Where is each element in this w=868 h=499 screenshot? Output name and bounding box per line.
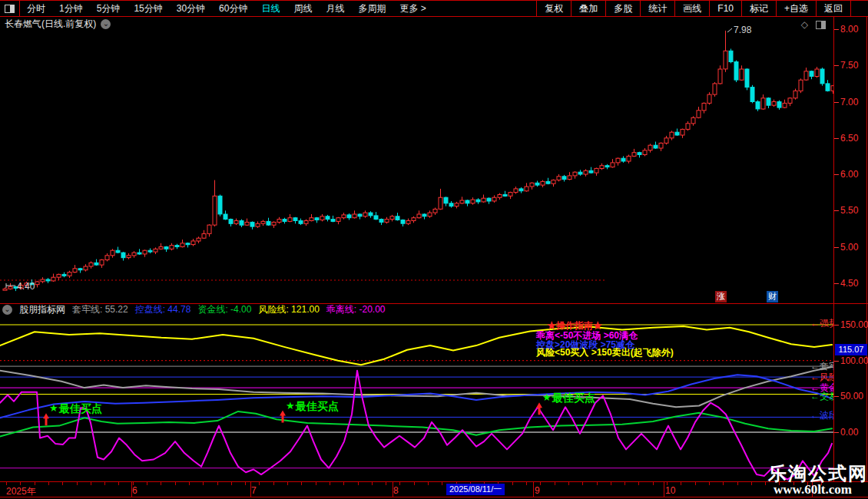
action-4[interactable]: 画线 (675, 1, 710, 16)
date-tick (723, 482, 724, 485)
date-tick (231, 482, 232, 485)
page-title: 长春燃气(日线.前复权) (5, 18, 96, 31)
action-1[interactable]: 叠加 (571, 1, 606, 16)
price-label-1: 7.50 (840, 60, 858, 71)
action-6[interactable]: 标记 (742, 1, 777, 16)
price-label-2: 7.00 (840, 97, 858, 107)
crosshair-date-box: 2025/08/11/一 (446, 484, 505, 495)
period-tab-10[interactable]: 更多 ˃ (393, 2, 432, 15)
date-tick (77, 482, 78, 485)
date-tick (316, 482, 316, 485)
date-tick (259, 482, 260, 485)
price-label-0: 8.00 (840, 24, 858, 35)
date-tick (372, 482, 373, 485)
ind-axis-label-3: 50.00 (840, 391, 863, 402)
chevron-down-icon[interactable]: ⌄ (101, 19, 111, 29)
watermark-url: www.60lt.com (774, 482, 852, 497)
period-tab-6[interactable]: 日线 (254, 2, 287, 15)
indicator-source-label: 股朋指标网 (19, 303, 65, 316)
event-badge-1[interactable]: 财 (767, 291, 778, 302)
date-tick (681, 482, 681, 485)
date-tick (245, 482, 246, 485)
panel-icon[interactable] (816, 21, 826, 29)
low-price-label: 4.40 (17, 281, 35, 292)
period-tab-5[interactable]: 60分钟 (212, 2, 254, 15)
date-tick (512, 482, 513, 485)
date-label-4: 9 (535, 485, 540, 496)
date-tick (104, 482, 105, 485)
action-0[interactable]: 复权 (537, 1, 571, 16)
indicator-chart[interactable]: ★最佳买点★最佳买点★最佳买点 (0, 315, 833, 481)
layout-toggle-button[interactable] (0, 1, 20, 16)
date-tick (330, 482, 330, 485)
action-menu: 复权叠加多股统计画线F10标记+自选返回 (536, 1, 851, 16)
date-tick (414, 482, 415, 485)
buy-point-label-1: 最佳买点 (295, 400, 339, 412)
zone-label-5: ←波段 (810, 409, 833, 422)
period-tab-4[interactable]: 30分钟 (170, 2, 212, 15)
buy-point-label-2: 最佳买点 (552, 392, 595, 404)
date-label-2: 7 (251, 485, 257, 496)
action-7[interactable]: +自选 (777, 1, 817, 16)
event-badge-0[interactable]: 涨 (715, 291, 727, 302)
month-gridline (533, 482, 534, 497)
date-tick (624, 482, 625, 485)
date-label-3: 8 (393, 485, 399, 496)
action-2[interactable]: 多股 (606, 1, 641, 16)
period-toolbar: 分时1分钟5分钟15分钟30分钟60分钟日线周线月线多周期更多 ˃ 复权叠加多股… (0, 0, 868, 17)
date-tick (653, 482, 654, 485)
ind-axis-label-0-tick (834, 325, 839, 326)
date-tick (428, 482, 429, 485)
app-window: 分时1分钟5分钟15分钟30分钟60分钟日线周线月线多周期更多 ˃ 复权叠加多股… (0, 0, 868, 499)
date-tick (597, 482, 598, 485)
date-tick (358, 482, 359, 485)
date-tick (217, 482, 218, 485)
buy-point-label-0: 最佳买点 (58, 402, 102, 415)
date-tick (48, 482, 49, 485)
action-8[interactable]: 返回 (817, 1, 851, 16)
date-tick (751, 482, 752, 485)
date-tick (91, 482, 91, 485)
collapse-icon[interactable]: ⌄ (2, 305, 12, 315)
period-tab-3[interactable]: 15分钟 (127, 2, 169, 15)
indicator-field-0: 套牢线: 55.22 (72, 303, 128, 316)
price-label-4: 6.00 (840, 169, 858, 180)
candlestick-chart[interactable] (0, 17, 833, 303)
date-tick (638, 482, 639, 485)
date-tick (695, 482, 696, 485)
ind-axis-label-0: 150.00 (840, 319, 868, 330)
indicator-field-1: 控盘线: 44.78 (135, 303, 191, 316)
date-label-1: 6 (132, 485, 137, 496)
action-3[interactable]: 统计 (641, 1, 675, 16)
ind-axis-label-1: 115.07 (835, 344, 867, 355)
date-tick (203, 482, 204, 485)
period-tab-2[interactable]: 5分钟 (90, 2, 128, 15)
period-tab-7[interactable]: 周线 (287, 2, 319, 15)
period-tab-9[interactable]: 多周期 (351, 2, 393, 15)
price-label-7-tick (834, 283, 839, 284)
date-label-0: 2025年 (6, 485, 36, 498)
date-tick (62, 482, 63, 485)
price-label-2-tick (834, 102, 839, 103)
diamond-icon[interactable]: ◇ (801, 19, 808, 30)
date-tick (582, 482, 583, 485)
date-tick (737, 482, 738, 485)
price-label-3: 6.50 (840, 133, 858, 144)
ind-axis-label-3-tick (834, 396, 839, 397)
ind-axis-label-2-tick (834, 361, 839, 362)
period-tabs: 分时1分钟5分钟15分钟30分钟60分钟日线周线月线多周期更多 ˃ (20, 1, 433, 16)
period-tab-0[interactable]: 分时 (20, 2, 52, 15)
ind-axis-label-4-tick (834, 432, 839, 433)
date-tick (568, 482, 569, 485)
indicator-header: ⌄ 股朋指标网 套牢线: 55.22控盘线: 44.78资金线: -4.00风险… (0, 304, 832, 315)
period-tab-1[interactable]: 1分钟 (52, 2, 90, 15)
action-5[interactable]: F10 (710, 1, 742, 16)
ind-axis-label-2: 100.00 (840, 355, 868, 366)
date-tick (540, 482, 541, 485)
svg-text:★: ★ (286, 400, 295, 411)
period-tab-8[interactable]: 月线 (319, 2, 351, 15)
date-tick (386, 482, 386, 485)
zone-label-4: ←交易 (810, 390, 833, 403)
date-axis[interactable]: 2025年6789102025/08/11/一 (0, 481, 868, 497)
date-tick (287, 482, 288, 485)
